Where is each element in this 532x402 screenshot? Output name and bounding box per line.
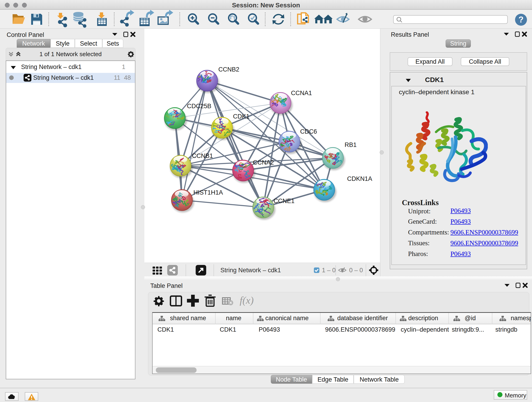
svg-text:RB1: RB1 <box>345 141 357 148</box>
svg-text:HIST1H1A: HIST1H1A <box>193 189 223 196</box>
svg-text:CDKN1A: CDKN1A <box>347 175 372 182</box>
svg-text:CDC6: CDC6 <box>300 128 317 135</box>
svg-text:CCNB2: CCNB2 <box>218 66 239 73</box>
svg-text:CDC25B: CDC25B <box>187 103 211 109</box>
svg-text:f(x): f(x) <box>240 295 254 306</box>
svg-text:CCNE1: CCNE1 <box>273 198 295 204</box>
svg-text:CDK1: CDK1 <box>233 113 249 120</box>
svg-text:CCNA1: CCNA1 <box>291 89 312 96</box>
svg-text:?: ? <box>519 15 524 24</box>
svg-text:CCNB1: CCNB1 <box>192 153 213 159</box>
svg-text:CCNA2: CCNA2 <box>253 159 274 166</box>
